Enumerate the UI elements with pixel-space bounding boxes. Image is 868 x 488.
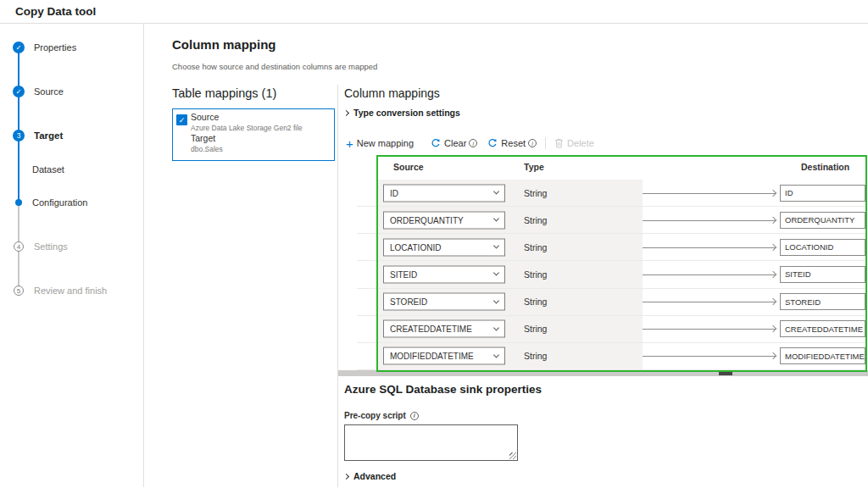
scrollbar-thumb[interactable] [719, 371, 732, 375]
destination-field-label: SITEID [785, 269, 811, 279]
source-column-dropdown[interactable]: STOREID [383, 293, 505, 311]
source-column-dropdown[interactable]: CREATEDDATETIME [383, 320, 505, 338]
grid-header-destination: Destination [801, 162, 849, 172]
source-dropdown-label: ORDERQUANTITY [390, 215, 464, 225]
mapping-arrow-icon [643, 247, 776, 248]
destination-field[interactable]: SITEID [780, 266, 865, 283]
mapping-row: LOCATIONID String LOCATIONID [357, 234, 867, 261]
column-mappings-panel: Column mappings Type conversion settings… [337, 85, 868, 487]
top-bar: Copy Data tool [0, 0, 868, 24]
destination-field-label: MODIFIEDDATETIME [785, 352, 865, 361]
source-dropdown-label: SITEID [390, 269, 417, 279]
wizard-step-label: Target [34, 130, 63, 141]
source-dropdown-label: MODIFIEDDATETIME [390, 352, 474, 361]
wizard-step-source[interactable]: ✓ Source [0, 83, 143, 100]
chevron-down-icon [493, 189, 499, 195]
table-mapping-item[interactable]: ✓ Source Azure Data Lake Storage Gen2 fi… [172, 108, 335, 161]
clear-button[interactable]: Clear [431, 138, 466, 148]
wizard-step-properties[interactable]: ✓ Properties [0, 39, 143, 56]
reset-label: Reset [501, 138, 526, 148]
destination-field[interactable]: MODIFIEDDATETIME [780, 347, 865, 364]
mapping-row: MODIFIEDDATETIME String MODIFIEDDATETIME [357, 343, 867, 370]
mapping-row: CREATEDDATETIME String CREATEDDATETIME [357, 316, 867, 343]
source-column-dropdown[interactable]: MODIFIEDDATETIME [383, 347, 505, 365]
wizard-step-label: Properties [34, 42, 76, 53]
column-mapping-grid: Source Type Destination ID String ID ORD… [357, 157, 867, 370]
delete-button[interactable]: Delete [554, 138, 594, 148]
source-dropdown-label: ID [390, 188, 398, 197]
info-icon[interactable]: i [410, 412, 419, 420]
source-column-dropdown[interactable]: ORDERQUANTITY [383, 211, 505, 229]
mapping-arrow-icon [643, 220, 776, 221]
refresh-icon [487, 138, 498, 148]
precopy-script-label: Pre-copy script i [344, 411, 419, 420]
horizontal-scrollbar[interactable] [338, 370, 868, 376]
advanced-label: Advanced [353, 471, 396, 481]
source-column-dropdown[interactable]: ID [383, 184, 505, 202]
current-substep-dot [15, 199, 22, 206]
destination-field-label: STOREID [785, 297, 821, 307]
info-icon[interactable]: i [528, 139, 537, 147]
mapping-row: ID String ID [357, 180, 867, 207]
wizard-step-label: Source [34, 86, 64, 97]
wizard-substep-dataset[interactable]: Dataset [0, 161, 143, 178]
refresh-icon [431, 138, 441, 148]
table-mappings-title: Table mappings (1) [172, 85, 337, 100]
check-icon: ✓ [13, 42, 25, 53]
chevron-down-icon [493, 243, 499, 249]
destination-field[interactable]: ORDERQUANTITY [780, 212, 865, 229]
mapping-source-label: Source [191, 112, 303, 123]
new-mapping-label: New mapping [357, 138, 414, 148]
chevron-right-icon [343, 109, 349, 115]
column-type-label: String [524, 242, 547, 252]
wizard-step-label: Review and finish [34, 286, 107, 296]
new-mapping-button[interactable]: + New mapping [346, 138, 414, 148]
mapping-source-value: Azure Data Lake Storage Gen2 file [191, 123, 303, 133]
main-panel: Column mapping Choose how source and des… [144, 24, 868, 487]
wizard-sidebar: ✓ Properties ✓ Source 3 Target Dataset C… [0, 24, 144, 487]
delete-label: Delete [567, 138, 594, 148]
destination-field[interactable]: LOCATIONID [780, 239, 865, 256]
step-number-badge: 3 [13, 130, 25, 141]
type-conversion-toggle[interactable]: Type conversion settings [344, 108, 460, 118]
destination-field[interactable]: ID [780, 185, 865, 202]
table-mappings-panel: Table mappings (1) ✓ Source Azure Data L… [144, 85, 337, 487]
column-type-label: String [524, 297, 547, 307]
trash-icon [554, 138, 564, 148]
wizard-step-settings[interactable]: 4 Settings [0, 238, 143, 255]
advanced-toggle[interactable]: Advanced [344, 471, 396, 481]
precopy-script-input[interactable] [344, 424, 518, 461]
wizard-step-label: Settings [34, 241, 68, 252]
mapping-arrow-icon [643, 274, 776, 275]
destination-field-label: CREATEDDATETIME [785, 324, 863, 334]
wizard-step-target[interactable]: 3 Target [0, 127, 143, 144]
column-type-label: String [524, 215, 547, 225]
chevron-down-icon [493, 270, 499, 276]
mapping-target-label: Target [191, 133, 303, 144]
chevron-down-icon [493, 352, 499, 358]
chevron-down-icon [493, 216, 499, 222]
source-dropdown-label: LOCATIONID [390, 242, 441, 252]
wizard-step-review-finish[interactable]: 5 Review and finish [0, 282, 143, 299]
section-title: Column mapping [172, 37, 868, 52]
info-icon[interactable]: i [469, 139, 477, 147]
source-dropdown-label: CREATEDDATETIME [390, 324, 472, 334]
column-type-label: String [524, 324, 547, 334]
wizard-substep-configuration[interactable]: Configuration [0, 194, 143, 211]
chevron-down-icon [493, 297, 499, 303]
mapping-arrow-icon [643, 356, 776, 357]
column-type-label: String [524, 188, 547, 198]
reset-button[interactable]: Reset [487, 138, 526, 148]
destination-field[interactable]: STOREID [780, 293, 865, 310]
mapping-arrow-icon [643, 329, 776, 330]
destination-field-label: ORDERQUANTITY [785, 215, 854, 225]
step-number-badge: 5 [14, 286, 24, 296]
toolbar-divider [545, 137, 546, 149]
step-number-badge: 4 [14, 241, 24, 252]
checkbox-checked-icon[interactable]: ✓ [176, 114, 187, 125]
destination-field[interactable]: CREATEDDATETIME [780, 320, 865, 337]
mapping-row: STOREID String STOREID [357, 289, 867, 316]
source-column-dropdown[interactable]: SITEID [383, 265, 505, 283]
wizard-step-label: Configuration [32, 197, 87, 208]
source-column-dropdown[interactable]: LOCATIONID [383, 238, 505, 256]
